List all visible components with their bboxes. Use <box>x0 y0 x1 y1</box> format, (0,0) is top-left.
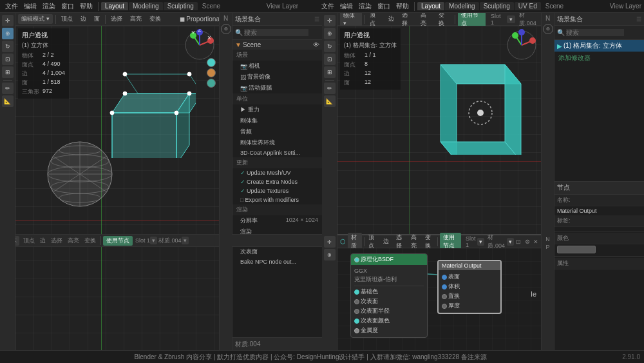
socket-subrad[interactable] <box>354 309 359 314</box>
view-gizmo-btn[interactable]: ⊙ <box>221 24 231 34</box>
r-tool-rotate[interactable]: ↻ <box>324 41 336 52</box>
tool-transform[interactable]: ⊞ <box>2 66 14 78</box>
n-panel-toggle[interactable]: N <box>223 15 228 22</box>
vp-add-btn[interactable]: 高亮 <box>128 14 144 24</box>
r-tool-scale[interactable]: ⊡ <box>324 54 336 65</box>
r-edit-mode[interactable]: 物体 ▾ <box>340 11 362 27</box>
r-tree-add-modifier[interactable]: 添加修改器 <box>554 52 644 64</box>
socket-displacement[interactable] <box>442 294 447 299</box>
l-sb-vertex[interactable]: 顶点 <box>21 236 37 246</box>
tree-item-rbworld[interactable]: 刚体世界环境 <box>232 137 322 148</box>
l-sb-edge[interactable]: 边 <box>37 236 48 246</box>
l-sb-matnodes[interactable]: 使用节点 <box>103 236 133 246</box>
r-tool-cursor[interactable]: ✛ <box>324 15 336 26</box>
vp-vertex-btn[interactable]: 顶点 <box>59 14 75 24</box>
tree-item-exportmod[interactable]: □Export with modifiers <box>232 195 322 204</box>
workspace-tab-sculpting[interactable]: Sculpting <box>164 2 198 10</box>
socket-subcolor[interactable] <box>354 319 359 324</box>
vp-edge-btn[interactable]: 边 <box>78 14 89 24</box>
workspace-tab-layout[interactable]: Layout <box>101 2 128 10</box>
output-node[interactable]: Material Output 表面 体积 <box>437 260 502 314</box>
menu-file[interactable]: 文件 <box>3 1 21 12</box>
r-tool-move[interactable]: ⊕ <box>324 28 336 39</box>
node-tool-2[interactable]: ⊕ <box>324 249 336 260</box>
r-edge-btn[interactable]: 边 <box>386 14 397 24</box>
vp-face-btn[interactable]: 面 <box>91 14 102 24</box>
tree-item-camera[interactable]: 📷相机 <box>232 61 322 72</box>
tool-scale[interactable]: ⊡ <box>2 54 14 65</box>
ne-btn-2[interactable]: 边 <box>381 237 392 246</box>
tool-cursor[interactable]: ✛ <box>2 15 14 26</box>
tool-measure[interactable]: 📐 <box>2 95 14 107</box>
outliner-left-search[interactable]: 🔍 <box>232 26 322 40</box>
workspace-tab-modeling[interactable]: Modeling <box>129 2 163 10</box>
menu-window[interactable]: 窗口 <box>59 1 77 12</box>
l-sb-mat-drop[interactable]: ▾ <box>182 237 189 244</box>
socket-base-color[interactable] <box>354 289 359 295</box>
l-sb-slot-drop[interactable]: ▾ <box>150 237 157 244</box>
color-dot-teal[interactable] <box>207 58 216 67</box>
r-tool-measure[interactable]: 📐 <box>324 95 336 107</box>
menu-render-r[interactable]: 渲染 <box>356 1 374 12</box>
menu-render[interactable]: 渲染 <box>40 1 58 12</box>
color-dot-orange[interactable] <box>207 68 216 77</box>
outliner-left-search-input[interactable] <box>244 29 308 36</box>
l-sb-select[interactable]: 选择 <box>48 236 65 246</box>
node-tool-1[interactable]: ✛ <box>324 236 336 248</box>
r-tool-transform[interactable]: ⊞ <box>324 66 336 78</box>
menu-help[interactable]: 帮助 <box>77 1 95 12</box>
socket-metallic[interactable] <box>354 328 359 333</box>
r-n-panel[interactable]: N <box>545 15 550 22</box>
tree-item-audio[interactable]: 音频 <box>232 126 322 137</box>
menu-help-r[interactable]: 帮助 <box>393 1 412 12</box>
tool-annotate[interactable]: ✏ <box>2 83 14 94</box>
socket-subsurface[interactable] <box>354 299 359 304</box>
l-sb-highlight[interactable]: 高亮 <box>65 236 82 246</box>
menu-edit[interactable]: 编辑 <box>21 1 39 12</box>
menu-window-r[interactable]: 窗口 <box>375 1 393 12</box>
tree-item-bake[interactable]: Bake NPC node out... <box>232 257 322 266</box>
r-viewport-gizmo[interactable] <box>506 29 538 63</box>
workspace-tab-modeling-r[interactable]: Modeling <box>445 2 479 10</box>
r-slot-dropdown[interactable]: ▾ <box>507 15 515 23</box>
r-outliner-search-bar[interactable]: 🔍 <box>554 26 644 40</box>
tool-move[interactable]: ⊕ <box>2 28 14 39</box>
vp-edit-mode-btn[interactable]: 编辑模式 ▾ <box>18 14 53 24</box>
socket-volume[interactable] <box>442 284 447 289</box>
r-tree-cube[interactable]: ▶ (1) 格局集合: 立方体 <box>554 40 644 52</box>
ne-close-btn[interactable]: ✕ <box>533 239 538 245</box>
color-picker-block[interactable] <box>557 246 596 253</box>
vp-mesh-btn[interactable]: 变换 <box>147 14 164 24</box>
scene-eye[interactable]: 👁 <box>313 41 319 48</box>
workspace-tab-layout-r[interactable]: Layout <box>417 2 444 10</box>
tree-item-resolution[interactable]: 分辨率 1024 × 1024 <box>232 215 322 226</box>
ne-settings-btn[interactable]: ⚙ <box>525 239 530 245</box>
principled-bsdf-node[interactable]: 原理化BSDF GGX 克里斯坦森-伯利 基础色 <box>350 253 428 338</box>
tree-item-bg[interactable]: 🖼背景馆像 <box>232 72 322 83</box>
ne-slot-drop[interactable]: ▾ <box>477 238 484 246</box>
menu-edit-r[interactable]: 编辑 <box>337 1 355 12</box>
tool-rotate[interactable]: ↻ <box>2 41 14 52</box>
ne-mat-drop[interactable]: ▾ <box>507 238 514 246</box>
vp-select-btn[interactable]: 选择 <box>108 14 125 24</box>
tree-item-extranodes[interactable]: ✓Create Extra Nodes <box>232 177 322 186</box>
scene-header[interactable]: ▼ Scene 👁 <box>232 40 322 50</box>
tree-item-activecam[interactable]: 📷活动摄腦 <box>232 83 322 93</box>
r-view-gizmo[interactable]: ⊙ <box>543 24 553 34</box>
tree-item-updatetex[interactable]: ✓Update Textures <box>232 186 322 195</box>
tree-item-rigidbody[interactable]: 刚体集 <box>232 115 322 126</box>
socket-thickness[interactable] <box>442 304 447 309</box>
r-tool-annotate[interactable]: ✏ <box>324 83 336 94</box>
node-n-panel[interactable]: N <box>545 236 550 242</box>
tree-item-3dcoat[interactable]: 3D-Coat Applink Setti... <box>232 148 322 157</box>
node-p-panel[interactable]: P <box>545 244 549 250</box>
tree-item-subsurface[interactable]: 次表面 <box>232 246 322 257</box>
workspace-tab-sculpting-r[interactable]: Sculpting <box>480 2 514 10</box>
r-outliner-search-input[interactable] <box>566 29 624 36</box>
socket-surface[interactable] <box>442 275 447 280</box>
workspace-tab-uved-r[interactable]: UV Ed <box>515 2 541 10</box>
menu-file-r[interactable]: 文件 <box>319 1 337 12</box>
l-sb-transform[interactable]: 变换 <box>82 236 99 246</box>
tree-item-gravity[interactable]: ▶ 重力 <box>232 104 322 115</box>
color-dot-green[interactable] <box>207 79 216 88</box>
